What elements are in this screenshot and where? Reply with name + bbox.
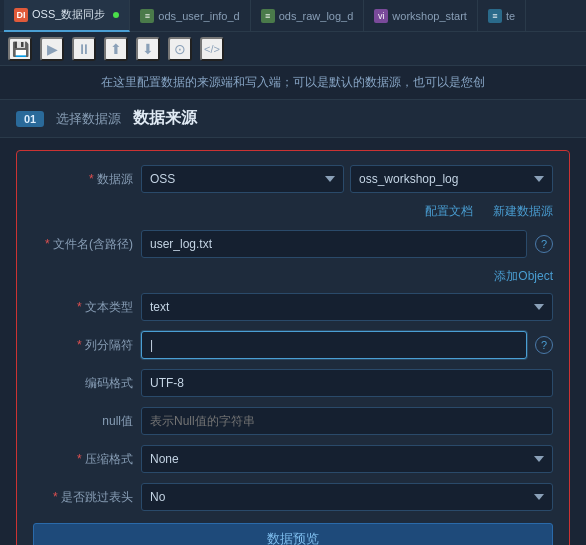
null-label: null值	[33, 413, 133, 430]
filetype-row: 文本类型 text csv json	[33, 293, 553, 321]
filetype-select-wrap: text csv json	[141, 293, 553, 321]
save-button[interactable]: 💾	[8, 37, 32, 61]
pause-button[interactable]: ⏸	[72, 37, 96, 61]
compress-row: 压缩格式 None gzip bzip2	[33, 445, 553, 473]
datasource-label: 数据源	[33, 171, 133, 188]
record-button[interactable]: ⊙	[168, 37, 192, 61]
tab-oss-sync[interactable]: DI OSS_数据同步	[4, 0, 130, 32]
filepath-label: 文件名(含路径)	[33, 236, 133, 253]
toolbar: 💾 ▶ ⏸ ⬆ ⬇ ⊙ </>	[0, 32, 586, 66]
compress-label: 压缩格式	[33, 451, 133, 468]
tab-label-ods-raw: ods_raw_log_d	[279, 10, 354, 22]
tab-label-te: te	[506, 10, 515, 22]
skip-header-label: 是否跳过表头	[33, 489, 133, 506]
delimiter-help-icon[interactable]: ?	[535, 336, 553, 354]
datasource-type-wrap: OSS	[141, 165, 344, 193]
filetype-select[interactable]: text csv json	[141, 293, 553, 321]
skip-header-select-wrap: No Yes	[141, 483, 553, 511]
filepath-row: 文件名(含路径) ?	[33, 230, 553, 258]
null-row: null值	[33, 407, 553, 435]
filetype-label: 文本类型	[33, 299, 133, 316]
compress-select[interactable]: None gzip bzip2	[141, 445, 553, 473]
add-object-row: 添加Object	[33, 268, 553, 285]
step-badge: 01	[16, 111, 44, 127]
encoding-input[interactable]	[141, 369, 553, 397]
code-button[interactable]: </>	[200, 37, 224, 61]
config-doc-link[interactable]: 配置文档	[425, 203, 473, 220]
download-button[interactable]: ⬇	[136, 37, 160, 61]
desc-text: 在这里配置数据的来源端和写入端；可以是默认的数据源，也可以是您创	[101, 75, 485, 89]
form-card: 数据源 OSS oss_workshop_log 配置文档 新建数据源	[16, 150, 570, 545]
step-label: 选择数据源	[56, 110, 121, 128]
page-title: 数据来源	[133, 108, 197, 129]
tab-icon-vi: vi	[374, 9, 388, 23]
tab-icon-table2: ≡	[261, 9, 275, 23]
datasource-type-select[interactable]: OSS	[141, 165, 344, 193]
datasource-name-select[interactable]: oss_workshop_log	[350, 165, 553, 193]
step-header: 01 选择数据源 数据来源	[0, 100, 586, 138]
add-object-link[interactable]: 添加Object	[494, 268, 553, 285]
delimiter-label: 列分隔符	[33, 337, 133, 354]
skip-header-row: 是否跳过表头 No Yes	[33, 483, 553, 511]
tab-label-workshop: workshop_start	[392, 10, 467, 22]
tab-icon-table1: ≡	[140, 9, 154, 23]
description-bar: 在这里配置数据的来源端和写入端；可以是默认的数据源，也可以是您创	[0, 66, 586, 100]
run-button[interactable]: ▶	[40, 37, 64, 61]
tab-icon-te: ≡	[488, 9, 502, 23]
main-content: 数据源 OSS oss_workshop_log 配置文档 新建数据源	[0, 138, 586, 545]
encoding-label: 编码格式	[33, 375, 133, 392]
preview-button[interactable]: 数据预览	[33, 523, 553, 545]
filepath-help-icon[interactable]: ?	[535, 235, 553, 253]
tab-te[interactable]: ≡ te	[478, 0, 526, 32]
tab-workshop[interactable]: vi workshop_start	[364, 0, 478, 32]
datasource-name-wrap: oss_workshop_log	[350, 165, 553, 193]
delimiter-input[interactable]	[141, 331, 527, 359]
tab-ods-raw[interactable]: ≡ ods_raw_log_d	[251, 0, 365, 32]
encoding-row: 编码格式	[33, 369, 553, 397]
filepath-input[interactable]	[141, 230, 527, 258]
tab-label-oss: OSS_数据同步	[32, 7, 105, 22]
delimiter-row: 列分隔符 ?	[33, 331, 553, 359]
compress-select-wrap: None gzip bzip2	[141, 445, 553, 473]
upload-button[interactable]: ⬆	[104, 37, 128, 61]
tab-ods-user[interactable]: ≡ ods_user_info_d	[130, 0, 250, 32]
skip-header-select[interactable]: No Yes	[141, 483, 553, 511]
datasource-row: 数据源 OSS oss_workshop_log	[33, 165, 553, 193]
links-row: 配置文档 新建数据源	[33, 203, 553, 220]
tab-icon-di: DI	[14, 8, 28, 22]
active-dot	[113, 12, 119, 18]
datasource-selects: OSS oss_workshop_log	[141, 165, 553, 193]
null-input[interactable]	[141, 407, 553, 435]
tab-label-ods-user: ods_user_info_d	[158, 10, 239, 22]
tab-bar: DI OSS_数据同步 ≡ ods_user_info_d ≡ ods_raw_…	[0, 0, 586, 32]
new-datasource-link[interactable]: 新建数据源	[493, 203, 553, 220]
